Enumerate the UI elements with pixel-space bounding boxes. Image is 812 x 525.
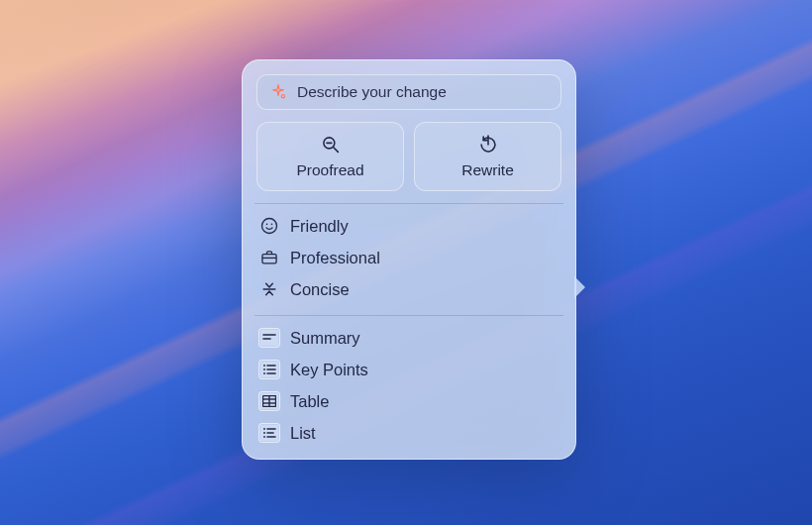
proofread-icon — [320, 134, 342, 156]
svg-point-23 — [263, 428, 265, 430]
svg-point-17 — [263, 372, 265, 374]
svg-point-5 — [262, 219, 277, 234]
tone-professional[interactable]: Professional — [256, 244, 561, 271]
rewrite-icon — [477, 134, 499, 156]
table-icon — [258, 390, 280, 412]
rewrite-button[interactable]: Rewrite — [414, 122, 561, 191]
svg-point-6 — [266, 224, 268, 226]
svg-point-13 — [263, 365, 265, 367]
briefcase-icon — [258, 247, 280, 268]
divider — [254, 315, 563, 316]
collapse-icon — [258, 278, 280, 300]
tone-label: Friendly — [290, 217, 349, 236]
svg-point-25 — [263, 432, 265, 434]
writing-tools-popover: Describe your change Proofread — [242, 59, 576, 460]
describe-change-placeholder: Describe your change — [297, 83, 447, 101]
sparkle-icon — [267, 81, 289, 103]
tone-options: Friendly Professional — [256, 212, 561, 303]
format-list[interactable]: List — [256, 419, 561, 447]
describe-change-field[interactable]: Describe your change — [256, 74, 561, 110]
format-keypoints[interactable]: Key Points — [256, 356, 561, 383]
actions-row: Proofread Rewrite — [256, 122, 561, 191]
format-label: Summary — [290, 329, 360, 348]
proofread-button[interactable]: Proofread — [256, 122, 404, 191]
tone-label: Concise — [290, 280, 350, 299]
format-options: Summary Key Points — [256, 324, 561, 447]
tone-concise[interactable]: Concise — [256, 275, 561, 303]
svg-line-2 — [333, 148, 338, 153]
smile-icon — [258, 215, 280, 237]
summary-icon — [258, 327, 280, 349]
list-icon — [258, 422, 280, 444]
svg-point-0 — [281, 94, 284, 97]
divider — [254, 203, 563, 204]
popover-caret — [574, 276, 585, 298]
format-label: Table — [290, 392, 329, 411]
format-summary[interactable]: Summary — [256, 324, 561, 352]
proofread-label: Proofread — [296, 161, 363, 179]
keypoints-icon — [258, 359, 280, 380]
format-label: List — [290, 424, 316, 443]
tone-friendly[interactable]: Friendly — [256, 212, 561, 240]
svg-point-7 — [271, 224, 273, 226]
svg-point-15 — [263, 368, 265, 370]
rewrite-label: Rewrite — [461, 161, 514, 179]
format-table[interactable]: Table — [256, 387, 561, 415]
tone-label: Professional — [290, 249, 380, 267]
format-label: Key Points — [290, 361, 368, 379]
svg-rect-8 — [262, 255, 276, 263]
svg-point-27 — [263, 436, 265, 438]
